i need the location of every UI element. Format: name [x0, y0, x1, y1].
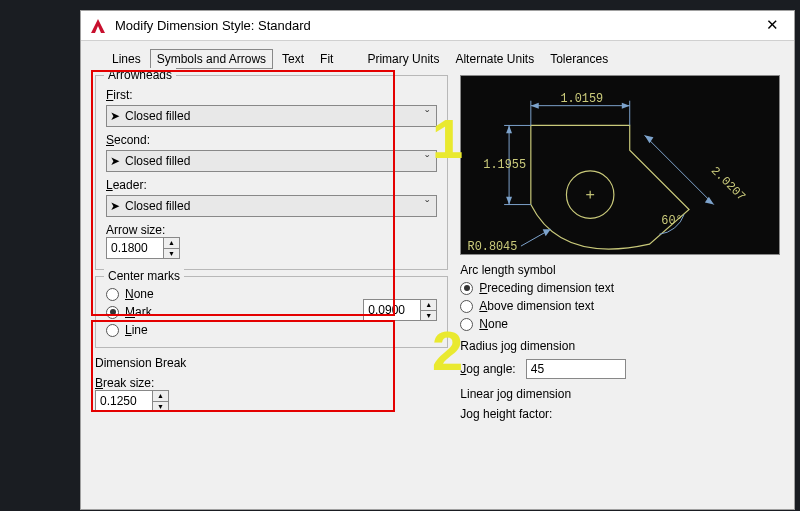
svg-marker-15: [705, 197, 714, 205]
jog-height-label: Jog height factor:: [460, 407, 780, 421]
svg-marker-12: [506, 197, 512, 205]
jog-angle-input[interactable]: [526, 359, 626, 379]
center-mark-label: Mark: [125, 305, 152, 319]
radius-jog-group: Radius jog dimension Jog angle:: [460, 339, 780, 379]
tabs-bar: Lines Symbols and Arrows Text Fit Primar…: [97, 41, 794, 69]
leader-label: Leader:: [106, 178, 437, 192]
close-button[interactable]: ✕: [758, 16, 786, 36]
spinner-up-icon[interactable]: ▲: [164, 238, 179, 249]
arrow-size-input[interactable]: [107, 238, 163, 258]
arc-length-group: Arc length symbol Preceding dimension te…: [460, 263, 780, 331]
radio-icon: [460, 282, 473, 295]
leader-arrowhead-value: Closed filled: [123, 199, 418, 213]
dimension-break-title: Dimension Break: [95, 356, 448, 370]
first-label: First:: [106, 88, 437, 102]
tab-primary-units[interactable]: Primary Units: [360, 49, 446, 69]
arc-above-label: Above dimension text: [479, 299, 594, 313]
tab-alternate-units[interactable]: Alternate Units: [448, 49, 541, 69]
preview-radius-dim: R0.8045: [468, 240, 518, 254]
linear-jog-title: Linear jog dimension: [460, 387, 780, 401]
radio-icon: [106, 288, 119, 301]
arrowheads-group: Arrowheads First: ➤ Closed filled ˇ Seco…: [95, 75, 448, 270]
first-arrowhead-dropdown[interactable]: ➤ Closed filled ˇ: [106, 105, 437, 127]
dimension-style-dialog: Modify Dimension Style: Standard ✕ Lines…: [80, 10, 795, 510]
spinner-down-icon[interactable]: ▼: [164, 249, 179, 259]
arrowheads-title: Arrowheads: [104, 68, 176, 82]
svg-marker-14: [645, 135, 654, 143]
linear-jog-group: Linear jog dimension Jog height factor:: [460, 387, 780, 421]
left-column: Arrowheads First: ➤ Closed filled ˇ Seco…: [95, 69, 448, 421]
leader-arrowhead-dropdown[interactable]: ➤ Closed filled ˇ: [106, 195, 437, 217]
closed-filled-icon: ➤: [107, 154, 123, 168]
radius-jog-title: Radius jog dimension: [460, 339, 780, 353]
center-marks-group: Center marks None Mark Line: [95, 276, 448, 348]
window-title: Modify Dimension Style: Standard: [115, 18, 311, 33]
preview-angle-dim: 60°: [662, 214, 683, 228]
tab-symbols-and-arrows[interactable]: Symbols and Arrows: [150, 49, 273, 69]
second-arrowhead-value: Closed filled: [123, 154, 418, 168]
spinner-up-icon[interactable]: ▲: [153, 391, 168, 402]
tab-fit[interactable]: Fit: [313, 49, 340, 69]
tab-text[interactable]: Text: [275, 49, 311, 69]
arc-preceding-radio[interactable]: Preceding dimension text: [460, 281, 780, 295]
jog-angle-label: Jog angle:: [460, 362, 515, 376]
spinner-down-icon[interactable]: ▼: [153, 402, 168, 412]
radio-icon: [106, 306, 119, 319]
arc-none-radio[interactable]: None: [460, 317, 780, 331]
arrow-size-spinner[interactable]: ▲ ▼: [106, 237, 180, 259]
svg-marker-6: [531, 103, 539, 109]
break-size-label: Break size:: [95, 376, 448, 390]
break-size-spinner[interactable]: ▲ ▼: [95, 390, 169, 412]
radio-icon: [460, 300, 473, 313]
tab-tolerances[interactable]: Tolerances: [543, 49, 615, 69]
right-column: 1.0159 1.1955 2.0207 60°: [460, 69, 780, 421]
center-mark-radio[interactable]: Mark: [106, 305, 363, 319]
chevron-down-icon: ˇ: [418, 154, 436, 168]
center-marks-title: Center marks: [104, 269, 184, 283]
autocad-icon: [89, 17, 107, 35]
titlebar: Modify Dimension Style: Standard ✕: [81, 11, 794, 41]
dimension-preview: 1.0159 1.1955 2.0207 60°: [460, 75, 780, 255]
arc-none-label: None: [479, 317, 508, 331]
dimension-break-group: Dimension Break Break size: ▲ ▼: [95, 356, 448, 412]
arrow-size-label: Arrow size:: [106, 223, 437, 237]
svg-marker-11: [506, 125, 512, 133]
break-size-input[interactable]: [96, 391, 152, 411]
center-size-spinner[interactable]: ▲ ▼: [363, 299, 437, 321]
tab-content: Arrowheads First: ➤ Closed filled ˇ Seco…: [81, 69, 794, 431]
first-arrowhead-value: Closed filled: [123, 109, 418, 123]
preview-top-dim: 1.0159: [561, 92, 604, 106]
arc-above-radio[interactable]: Above dimension text: [460, 299, 780, 313]
closed-filled-icon: ➤: [107, 109, 123, 123]
center-line-label: Line: [125, 323, 148, 337]
preview-diag-dim: 2.0207: [708, 164, 748, 204]
svg-marker-7: [622, 103, 630, 109]
arc-preceding-label: Preceding dimension text: [479, 281, 614, 295]
radio-icon: [106, 324, 119, 337]
center-size-input[interactable]: [364, 300, 420, 320]
closed-filled-icon: ➤: [107, 199, 123, 213]
second-arrowhead-dropdown[interactable]: ➤ Closed filled ˇ: [106, 150, 437, 172]
radio-icon: [460, 318, 473, 331]
preview-left-dim: 1.1955: [484, 158, 527, 172]
spinner-up-icon[interactable]: ▲: [421, 300, 436, 311]
center-none-radio[interactable]: None: [106, 287, 363, 301]
center-line-radio[interactable]: Line: [106, 323, 363, 337]
svg-line-13: [645, 135, 714, 204]
center-none-label: None: [125, 287, 154, 301]
tab-lines[interactable]: Lines: [105, 49, 148, 69]
chevron-down-icon: ˇ: [418, 199, 436, 213]
arc-length-title: Arc length symbol: [460, 263, 780, 277]
second-label: Second:: [106, 133, 437, 147]
chevron-down-icon: ˇ: [418, 109, 436, 123]
spinner-down-icon[interactable]: ▼: [421, 311, 436, 321]
